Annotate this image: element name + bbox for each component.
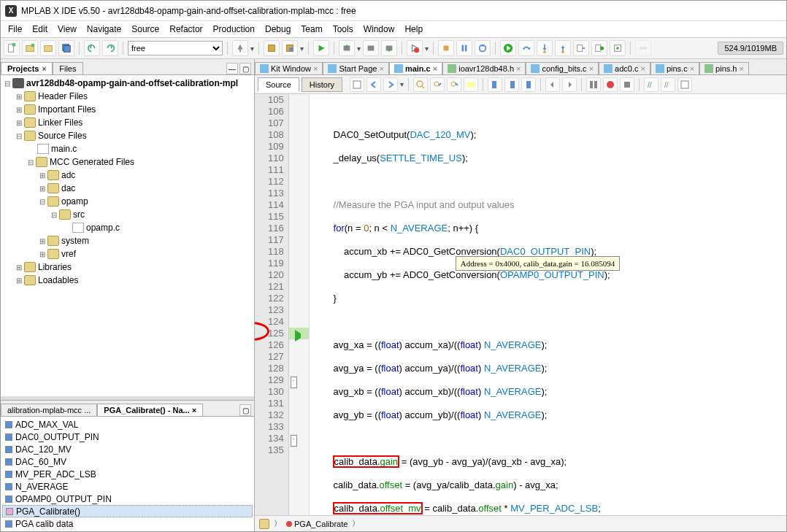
menu-production[interactable]: Production <box>209 23 259 36</box>
open-project-icon[interactable] <box>40 40 56 56</box>
step-out-icon[interactable] <box>555 40 571 56</box>
menu-navigate[interactable]: Navigate <box>82 23 126 36</box>
last-edit-icon[interactable] <box>350 77 364 92</box>
menu-edit[interactable]: Edit <box>28 23 52 36</box>
config-dropdown[interactable]: free <box>128 41 223 55</box>
editor-tab[interactable]: ioavr128db48.h× <box>442 62 526 74</box>
menu-help[interactable]: Help <box>400 23 427 36</box>
dropdown-arrow-icon[interactable]: ▾ <box>300 45 304 53</box>
close-icon[interactable]: × <box>313 64 318 73</box>
find-prev-icon[interactable] <box>430 77 445 92</box>
macro-stop-icon[interactable] <box>620 77 634 92</box>
read-device-icon[interactable] <box>381 40 397 56</box>
build-for-debug-icon[interactable] <box>282 40 298 56</box>
editor-tab[interactable]: config_bits.c× <box>526 62 599 74</box>
navigator-item[interactable]: ADC_MAX_VAL <box>2 418 253 431</box>
close-icon[interactable]: × <box>433 64 437 73</box>
shift-left-icon[interactable] <box>545 77 560 92</box>
uncomment-icon[interactable]: // <box>661 77 675 92</box>
shift-right-icon[interactable] <box>562 77 577 92</box>
menu-debug[interactable]: Debug <box>261 23 295 36</box>
tree-opamp[interactable]: opamp <box>61 196 88 207</box>
navigator-item[interactable]: PGA calib data <box>2 517 253 530</box>
close-icon[interactable]: × <box>42 65 46 73</box>
step-over-icon[interactable] <box>518 40 534 56</box>
tree-important-files[interactable]: Important Files <box>38 104 96 115</box>
dropdown-arrow-icon[interactable]: ▾ <box>425 45 429 53</box>
undo-icon[interactable] <box>84 40 100 56</box>
prev-bookmark-icon[interactable] <box>488 77 502 92</box>
build-main-icon[interactable] <box>232 40 248 56</box>
navigator-item[interactable]: MV_PER_ADC_LSB <box>2 468 253 480</box>
editor-tab[interactable]: Kit Window× <box>255 62 323 74</box>
close-icon[interactable]: × <box>379 64 383 73</box>
tree-source-files[interactable]: Source Files <box>38 131 87 141</box>
go-header-icon[interactable] <box>677 77 692 92</box>
editor-tab[interactable]: main.c× <box>389 62 442 74</box>
focus-cursor-icon[interactable] <box>610 40 626 56</box>
navigator-item[interactable]: DAC_120_MV <box>2 443 253 455</box>
tab-files[interactable]: Files <box>53 62 82 74</box>
restore-icon[interactable]: ▢ <box>239 404 251 416</box>
tree-system[interactable]: system <box>61 236 89 246</box>
macro-rec-icon[interactable] <box>603 77 618 92</box>
set-pc-icon[interactable] <box>591 40 607 56</box>
tree-dac[interactable]: dac <box>61 183 75 193</box>
menu-view[interactable]: View <box>53 23 81 36</box>
menu-refactor[interactable]: Refactor <box>165 23 207 36</box>
close-icon[interactable]: × <box>589 64 594 73</box>
editor-tab[interactable]: Start Page× <box>323 62 388 74</box>
close-icon[interactable]: × <box>640 64 645 73</box>
program-device-icon[interactable] <box>339 40 355 56</box>
close-icon[interactable]: × <box>690 64 694 73</box>
menu-window[interactable]: Window <box>359 23 399 36</box>
comment-icon[interactable]: // <box>644 77 659 92</box>
debug-main-icon[interactable] <box>407 40 423 56</box>
restore-icon[interactable]: ▢ <box>239 63 251 74</box>
macro-start-icon[interactable] <box>586 77 601 92</box>
mode-source[interactable]: Source <box>258 77 299 92</box>
stop-icon[interactable] <box>438 40 454 56</box>
clean-build-icon[interactable] <box>264 40 280 56</box>
tree-mcc-generated[interactable]: MCC Generated Files <box>50 157 134 167</box>
find-next-icon[interactable] <box>447 77 461 92</box>
toggle-highlight-icon[interactable] <box>464 77 478 92</box>
find-selection-icon[interactable] <box>413 77 428 92</box>
menu-file[interactable]: File <box>4 23 26 36</box>
navigator-item[interactable]: N_AVERAGE <box>2 480 253 493</box>
dropdown-arrow-icon[interactable]: ▾ <box>250 45 254 53</box>
glyph-margin[interactable]: -- <box>289 94 310 515</box>
pc-sampling-icon[interactable] <box>635 40 651 56</box>
dropdown-arrow-icon[interactable]: ▾ <box>357 45 361 53</box>
tree-src[interactable]: src <box>73 209 85 220</box>
run-icon[interactable] <box>313 40 329 56</box>
tree-libraries[interactable]: Libraries <box>38 262 72 272</box>
project-root[interactable]: avr128db48-opamp-gain-and-offset-calibra… <box>26 78 238 88</box>
menu-team[interactable]: Team <box>296 23 326 36</box>
tab-projects[interactable]: Projects × <box>1 62 53 74</box>
tab-dashboard[interactable]: alibration-mplab-mcc ... <box>1 404 97 416</box>
tree-opamp-c[interactable]: opamp.c <box>86 223 120 233</box>
step-into-icon[interactable] <box>537 40 553 56</box>
reset-icon[interactable] <box>475 40 491 56</box>
navigator-item[interactable]: OPAMP0_OUTPUT_PIN <box>2 493 253 505</box>
code-editor[interactable]: 1051061071081091101111121131141151161171… <box>255 94 786 515</box>
tree-loadables[interactable]: Loadables <box>38 275 78 285</box>
navigator-item[interactable]: DAC0_OUTPUT_PIN <box>2 431 253 443</box>
toggle-bookmark-icon[interactable] <box>521 77 536 92</box>
hold-reset-icon[interactable] <box>363 40 379 56</box>
tree-linker-files[interactable]: Linker Files <box>38 117 82 128</box>
next-bookmark-icon[interactable] <box>504 77 519 92</box>
tree-main-c[interactable]: main.c <box>51 144 77 154</box>
forward-icon[interactable] <box>383 77 398 92</box>
navigator-item[interactable]: PGA_Calibrate() <box>2 505 253 517</box>
save-all-icon[interactable] <box>58 40 74 56</box>
redo-icon[interactable] <box>102 40 118 56</box>
pause-icon[interactable] <box>456 40 472 56</box>
back-icon[interactable] <box>366 77 381 92</box>
editor-tab[interactable]: adc0.c× <box>599 62 650 74</box>
close-icon[interactable]: × <box>739 64 743 73</box>
new-file-icon[interactable] <box>4 40 20 56</box>
run-to-cursor-icon[interactable] <box>573 40 589 56</box>
tree-adc[interactable]: adc <box>61 170 75 180</box>
